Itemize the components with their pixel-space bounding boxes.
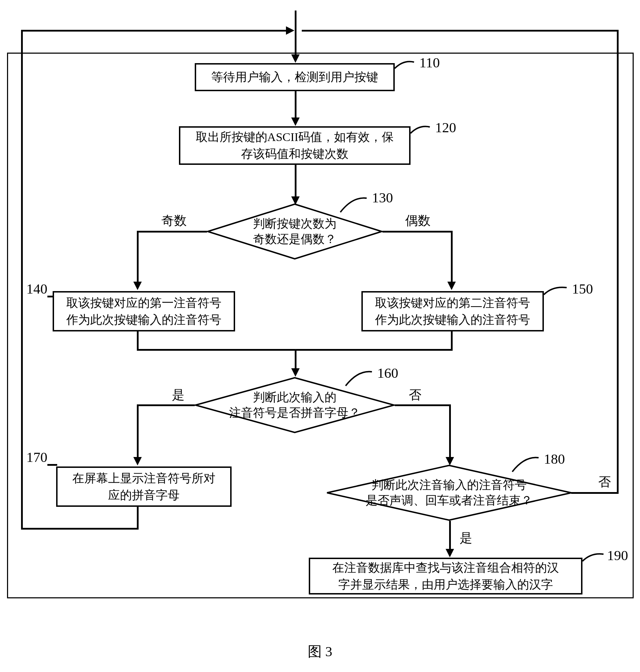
line-160-left-h: [137, 404, 195, 406]
label-yes-160: 是: [172, 387, 185, 404]
line-130-right-v: [451, 231, 453, 283]
diamond-180-text: 判断此次注音输入的注音符号 是否声调、回车或者注音结束？: [366, 477, 533, 508]
diamond-130-text: 判断按键次数为 奇数还是偶数？: [253, 216, 336, 247]
box-120-text: 取出所按键的ASCII码值，如有效，保 存该码值和按键次数: [196, 129, 394, 162]
line-160-left-v: [137, 404, 139, 459]
line-140-down: [137, 331, 139, 349]
box-120: 取出所按键的ASCII码值，如有效，保 存该码值和按键次数: [179, 126, 411, 165]
arrow-130-right-head: [447, 282, 456, 290]
box-150: 取该按键对应的第二注音符号 作为此次按键输入的注音符号: [361, 291, 544, 331]
ref-160: 160: [377, 365, 398, 381]
flowchart-canvas: 等待用户输入，检测到用户按键 110 取出所按键的ASCII码值，如有效，保 存…: [0, 0, 640, 672]
line-130-left-v: [137, 231, 139, 283]
line-180-loop-v: [617, 30, 619, 494]
box-140: 取该按键对应的第一注音符号 作为此次按键输入的注音符号: [53, 291, 235, 331]
ref-120: 120: [435, 119, 456, 136]
line-merge-down: [295, 349, 296, 370]
line-150-down: [451, 331, 453, 349]
label-no-160: 否: [409, 387, 421, 404]
line-170-down: [137, 507, 139, 528]
ref-180: 180: [544, 451, 565, 467]
box-110: 等待用户输入，检测到用户按键: [195, 63, 395, 91]
line-180-down: [449, 521, 451, 551]
ref-170-tick: [47, 464, 57, 466]
ref-190: 190: [607, 547, 628, 564]
ref-140-tick: [47, 296, 54, 297]
arrow-loop-head: [286, 26, 294, 35]
ref-110: 110: [419, 54, 440, 71]
line-160-right-h: [395, 404, 451, 406]
line-loop-left-v: [21, 30, 23, 530]
line-160-right-v: [449, 404, 451, 459]
box-170-text: 在屏幕上显示注音符号所对 应的拼音字母: [72, 470, 215, 503]
box-190: 在注音数据库中查找与该注音组合相符的汉 字并显示结果，由用户选择要输入的汉字: [309, 558, 582, 594]
box-110-text: 等待用户输入，检测到用户按键: [211, 69, 378, 86]
entry-arrowhead: [291, 54, 300, 63]
arrow-180-down-head: [446, 549, 454, 557]
label-yes-180: 是: [460, 530, 472, 547]
arrow-160-right-head: [446, 457, 454, 465]
box-170: 在屏幕上显示注音符号所对 应的拼音字母: [56, 466, 232, 507]
ref-150: 150: [572, 281, 593, 297]
box-150-text: 取该按键对应的第二注音符号 作为此次按键输入的注音符号: [375, 295, 530, 328]
line-loop-top-h: [21, 30, 288, 32]
figure-caption: 图 3: [0, 642, 640, 661]
line-180-loop-top: [302, 30, 619, 32]
ref-130: 130: [372, 189, 393, 206]
ref-170: 170: [26, 449, 47, 465]
label-no-180: 否: [598, 473, 611, 491]
arrow-120-130: [295, 165, 296, 198]
arrow-110-120: [295, 91, 296, 119]
label-odd: 奇数: [161, 212, 187, 229]
arrow-130-left-head: [133, 282, 142, 290]
entry-line: [295, 11, 296, 56]
line-170-left-h: [21, 528, 139, 530]
arrow-110-120-head: [291, 117, 300, 126]
arrow-merge-head: [291, 368, 300, 377]
diamond-160-text: 判断此次输入的 注音符号是否拼音字母？: [229, 390, 360, 421]
line-180-right-h: [571, 492, 619, 494]
line-130-right-h: [382, 231, 453, 233]
box-140-text: 取该按键对应的第一注音符号 作为此次按键输入的注音符号: [66, 295, 221, 328]
arrow-160-left-head: [133, 457, 142, 465]
box-190-text: 在注音数据库中查找与该注音组合相符的汉 字并显示结果，由用户选择要输入的汉字: [332, 559, 559, 593]
line-130-left-h: [137, 231, 207, 233]
ref-140: 140: [26, 281, 47, 297]
label-even: 偶数: [405, 212, 431, 229]
